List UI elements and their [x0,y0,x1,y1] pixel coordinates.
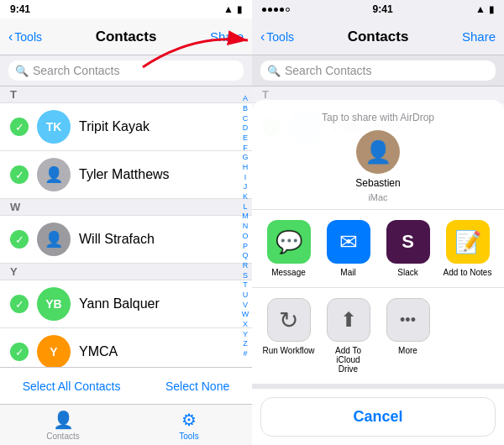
check-icon-yann: ✓ [10,295,29,313]
share-icloud[interactable]: ⬆ Add To iCloud Drive [318,298,378,374]
back-button-right[interactable]: ‹ Tools [260,29,294,44]
airdrop-avatar: 👤 [356,130,400,174]
more-label: More [398,346,417,355]
check-icon-ymca: ✓ [10,343,29,361]
slack-icon: S [386,220,430,264]
back-button-left[interactable]: ‹ Tools [8,29,42,44]
alpha-G[interactable]: G [240,153,250,163]
avatar-will: 👤 [37,222,71,256]
more-icon: ••• [386,298,430,342]
alphabet-index-left: A B C D E F G H I J K L M N O P Q R S T … [240,86,250,367]
section-header-T: T [0,86,252,103]
contact-name-ymca: YMCA [79,344,118,359]
search-bar-wrap-left: 🔍 Search Contacts [0,55,252,86]
alpha-K[interactable]: K [240,192,250,202]
signal-dots [262,8,290,12]
alpha-W[interactable]: W [240,310,250,320]
status-indicators-right: ▲ ▮ [475,3,494,15]
alpha-Q[interactable]: Q [240,251,250,261]
dot2 [268,8,272,12]
tab-tools-left[interactable]: ⚙ Tools [126,410,252,441]
message-icon: 💬 [267,220,311,264]
share-workflow[interactable]: ↻ Run Workflow [259,298,318,374]
alpha-F[interactable]: F [240,144,250,154]
battery-icon-right: ▮ [489,4,494,15]
share-more[interactable]: ••• More [378,298,438,374]
alpha-L[interactable]: L [240,202,250,212]
avatar-tripit: TK [37,110,71,144]
select-none-button-left[interactable]: Select None [165,380,229,393]
contact-will[interactable]: ✓ 👤 Will Strafach [0,216,252,264]
alpha-E[interactable]: E [240,134,250,144]
mail-icon: ✉ [327,220,370,264]
cancel-button[interactable]: Cancel [260,397,496,437]
contact-yann[interactable]: ✓ YB Yann Balquer [0,280,252,328]
share-button-left[interactable]: Share [210,29,244,44]
share-sheet: Tap to share with AirDrop 👤 Sebastien iM… [252,100,504,445]
airdrop-person[interactable]: 👤 Sebastien iMac [252,130,504,209]
alpha-Z[interactable]: Z [240,339,250,349]
tools-tab-icon-left: ⚙ [181,410,197,430]
alpha-T[interactable]: T [240,280,250,291]
alpha-P[interactable]: P [240,242,250,252]
share-notes[interactable]: 📝 Add to Notes [438,220,497,277]
select-all-button-left[interactable]: Select All Contacts [23,380,121,393]
alpha-N[interactable]: N [240,222,250,232]
avatar-yann: YB [37,287,71,321]
contact-name-yann: Yann Balquer [79,296,160,312]
tab-contacts-left[interactable]: 👤 Contacts [0,410,126,441]
alpha-M[interactable]: M [240,212,250,222]
contact-name-tripit: Tripit Kayak [79,119,150,134]
status-time-right: 9:41 [373,3,393,15]
alpha-C[interactable]: C [240,114,250,124]
alpha-A[interactable]: A [240,94,250,104]
alpha-S[interactable]: S [240,271,250,281]
check-icon-tyler: ✓ [10,165,29,184]
alpha-U[interactable]: U [240,291,250,301]
alpha-J[interactable]: J [240,182,250,192]
wifi-icon-right: ▲ [475,3,486,15]
slack-label: Slack [397,268,417,277]
alpha-H[interactable]: H [240,163,250,173]
workflow-label: Run Workflow [262,346,314,355]
section-header-Y: Y [0,264,252,280]
contacts-tab-icon-left: 👤 [53,410,74,430]
contact-name-will: Will Strafach [79,232,155,247]
search-bar-right[interactable]: 🔍 Search Contacts [260,60,496,81]
status-bar-right: 9:41 ▲ ▮ [252,0,504,18]
wifi-icon: ▲ [223,3,234,15]
share-slack[interactable]: S Slack [378,220,438,277]
alpha-X[interactable]: X [240,320,250,330]
tab-bar-left: 👤 Contacts ⚙ Tools [0,404,252,445]
alpha-V[interactable]: V [240,301,250,311]
contact-tripit[interactable]: ✓ TK Tripit Kayak [0,103,252,151]
search-placeholder-right: Search Contacts [285,64,372,77]
contact-name-tyler: Tyler Matthews [79,167,170,182]
contact-list-left: T ✓ TK Tripit Kayak ✓ 👤 Tyler Matthews W… [0,86,252,367]
contact-tyler[interactable]: ✓ 👤 Tyler Matthews [0,151,252,199]
airdrop-header: Tap to share with AirDrop [252,108,504,130]
share-mail[interactable]: ✉ Mail [318,220,378,277]
cancel-row: Cancel [252,384,504,445]
alpha-I[interactable]: I [240,173,250,183]
battery-icon: ▮ [237,4,242,15]
dot3 [274,8,278,12]
chevron-left-icon-right: ‹ [260,29,265,44]
check-icon-will: ✓ [10,230,29,249]
share-button-right[interactable]: Share [462,29,496,44]
share-message[interactable]: 💬 Message [259,220,318,277]
mail-label: Mail [340,268,355,277]
alpha-hash[interactable]: # [240,349,250,359]
alpha-Y[interactable]: Y [240,330,250,340]
alpha-O[interactable]: O [240,232,250,242]
contact-ymca[interactable]: ✓ Y YMCA [0,328,252,367]
section-header-W: W [0,199,252,216]
left-phone: 9:41 ▲ ▮ ‹ Tools Contacts Share 🔍 Search… [0,0,252,445]
alpha-R[interactable]: R [240,261,250,271]
alpha-B[interactable]: B [240,104,250,114]
alpha-D[interactable]: D [240,123,250,134]
status-time-left: 9:41 [10,3,30,15]
search-bar-left[interactable]: 🔍 Search Contacts [8,60,244,81]
notes-label: Add to Notes [444,268,492,277]
tools-tab-label-left: Tools [179,432,198,441]
